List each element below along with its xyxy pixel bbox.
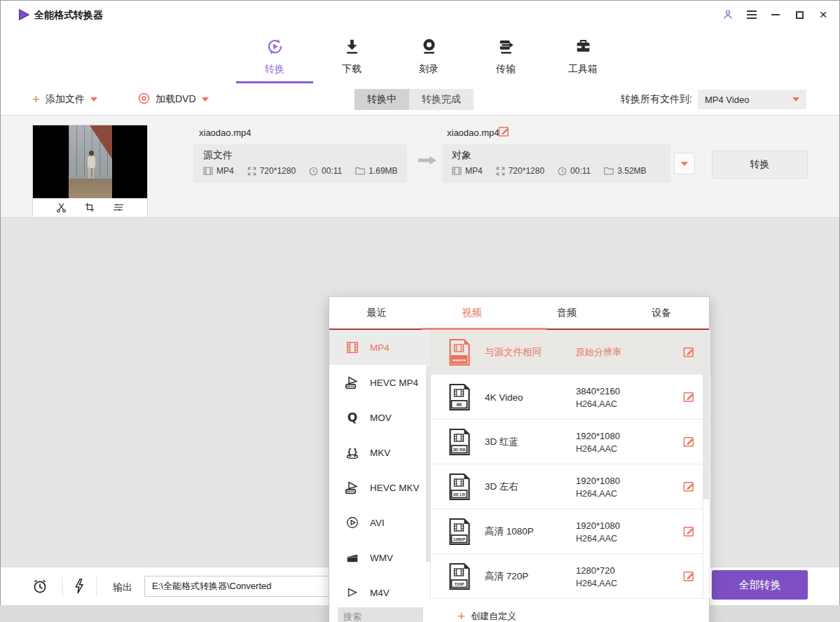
preset-row-720p[interactable]: 720P 高清 720P 1280*720H264,AAC [431,554,710,599]
svg-text:HEVC: HEVC [346,490,355,493]
target-duration: 00:11 [558,166,591,176]
create-custom-button[interactable]: + 创建自定义 [457,600,516,622]
load-dvd-button[interactable]: 加载DVD [138,83,209,116]
tab-converting[interactable]: 转换中 [354,89,409,110]
nav-label-transfer: 传输 [496,63,516,76]
account-icon[interactable] [722,8,734,21]
target-format-dropdown-button[interactable] [674,153,695,174]
preset-list: source 与源文件相同 原始分辨率 4K 4K Video 3840*216… [431,330,710,601]
preset-row-source[interactable]: source 与源文件相同 原始分辨率 [431,330,710,375]
preset-row-1080p[interactable]: 1080P 高清 1080P 1920*1080H264,AAC [431,509,710,554]
resolution-icon [247,167,256,176]
svg-text:HEVC: HEVC [346,385,355,388]
folder-icon [355,167,365,175]
format-item-mkv[interactable]: { } MKV [329,435,430,470]
nav-tab-burn[interactable]: 刻录 [390,29,467,83]
preset-edit-icon[interactable] [683,391,695,406]
source-format: MP4 [203,166,234,176]
file-list-area: xiaodao.mp4 源文件 MP4 720*1280 00:11 [1,116,839,567]
source-title: 源文件 [203,149,233,162]
video-thumbnail[interactable] [33,125,147,198]
popup-tab-audio[interactable]: 音频 [519,297,614,329]
trim-scissors-icon[interactable] [55,202,67,214]
preset-row-4k[interactable]: 4K 4K Video 3840*2160H264,AAC [431,375,710,420]
format-item-hevc-mkv[interactable]: HEVC HEVC MKV [329,470,430,505]
add-file-button[interactable]: + 添加文件 [32,83,97,116]
preset-file-icon: 3D LR [448,473,471,504]
minimize-button[interactable] [769,8,782,21]
app-title: 全能格式转换器 [34,9,103,22]
nav-tab-transfer[interactable]: 传输 [467,29,544,83]
clapperboard-icon [343,551,362,565]
convert-all-to-label: 转换所有文件到: [621,83,692,116]
tab-finished[interactable]: 转换完成 [409,89,474,110]
film-icon [203,167,213,175]
close-button[interactable]: × [817,8,829,21]
svg-text:3D LR: 3D LR [453,492,466,497]
nav-tab-download[interactable]: 下载 [313,29,390,83]
source-resolution: 720*1280 [247,166,296,176]
menu-icon[interactable] [745,8,758,21]
preset-edit-icon[interactable] [683,346,695,361]
preset-row-3d-lr[interactable]: 3D LR 3D 左右 1920*1080H264,AAC [431,464,710,509]
nav-tab-convert[interactable]: 转换 [236,29,313,83]
chevron-down-icon [202,97,209,102]
preset-edit-icon[interactable] [683,481,695,495]
resolution-icon [496,167,505,176]
preset-edit-icon[interactable] [683,570,695,585]
maximize-button[interactable] [793,8,806,21]
arrow-right-icon [417,155,438,169]
format-item-hevc-mp4[interactable]: HEVC HEVC MP4 [329,365,430,400]
preset-list-scrollbar[interactable] [703,332,710,599]
format-item-mov[interactable]: Q MOV [329,400,430,435]
rename-edit-icon[interactable] [498,125,510,140]
divider [96,576,97,596]
target-resolution: 720*1280 [496,166,544,176]
burn-disc-icon [420,37,439,59]
preset-row-3d-rb[interactable]: 3D RB 3D 红蓝 1920*1080H264,AAC [431,420,710,464]
output-format-select[interactable]: MP4 Video [698,90,806,109]
format-item-wmv[interactable]: WMV [329,540,430,575]
popup-footer: + 创建自定义 [329,600,709,622]
convert-all-button[interactable]: 全部转换 [712,570,808,600]
format-item-avi[interactable]: AVI [329,505,430,540]
schedule-alarm-icon[interactable] [32,578,48,595]
popup-tab-recent[interactable]: 最近 [329,297,425,329]
preset-edit-icon[interactable] [683,525,695,540]
divider [62,576,63,596]
format-list: MP4 HEVC HEVC MP4 Q MOV { } MKV [329,330,431,601]
nav-tab-toolbox[interactable]: 工具箱 [544,29,621,83]
popup-tab-video[interactable]: 视频 [425,297,520,329]
search-input[interactable] [338,607,423,622]
convert-status-tabs: 转换中 转换完成 [354,89,474,110]
preset-edit-icon[interactable] [683,436,695,450]
format-list-scrollbar[interactable] [426,366,430,562]
mkv-braces-icon: { } [343,445,362,460]
source-size: 1.69MB [355,166,397,176]
convert-icon [266,37,284,59]
nav-label-toolbox: 工具箱 [568,63,598,76]
crop-icon[interactable] [84,202,95,213]
popup-tab-device[interactable]: 设备 [614,297,710,329]
high-speed-bolt-icon[interactable] [71,578,85,595]
mp4-film-icon [343,340,362,354]
film-icon [452,167,462,175]
titlebar: 全能格式转换器 × [1,1,839,29]
convert-button[interactable]: 转换 [712,151,808,179]
source-duration: 00:11 [309,166,342,176]
play-circle-icon [343,516,362,530]
source-filename: xiaodao.mp4 [199,127,251,138]
main-nav: 转换 下载 刻录 传输 工具箱 [236,29,621,83]
nav-label-download: 下载 [342,63,362,76]
output-label: 输出 [113,581,132,594]
target-filename: xiaodao.mp4 [447,127,499,138]
svg-text:1080P: 1080P [453,537,465,541]
toolbox-icon [574,37,593,59]
effects-sliders-icon[interactable] [112,202,125,213]
format-item-mp4[interactable]: MP4 [329,330,430,365]
preset-file-icon: 4K [448,383,471,414]
plus-icon: + [32,93,40,106]
format-picker-popup: 最近 视频 音频 设备 MP4 HEVC HEVC MP4 [329,296,710,622]
format-item-m4v[interactable]: M4V [329,575,430,601]
desktop: 全能格式转换器 × 转换 下载 刻录 [0,0,840,622]
